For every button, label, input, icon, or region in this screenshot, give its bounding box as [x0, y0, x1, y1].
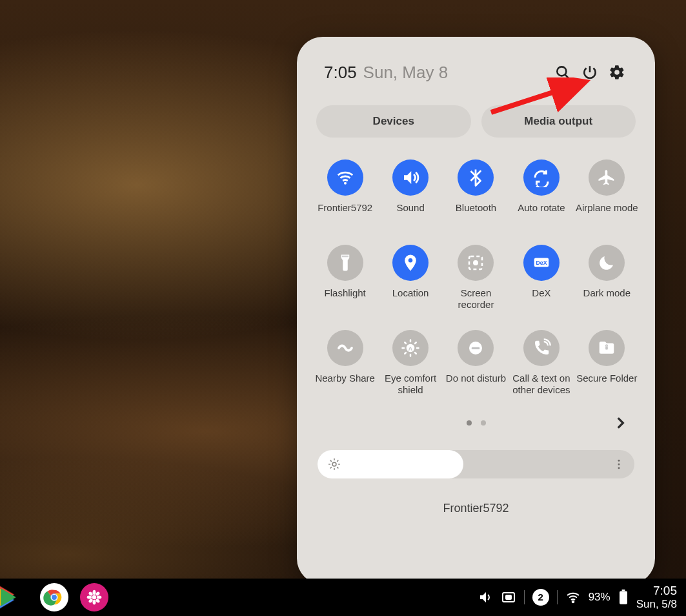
location-icon: [401, 253, 420, 272]
folder-icon: [597, 338, 616, 358]
securefolder-toggle[interactable]: [589, 330, 625, 366]
autorotate-toggle[interactable]: [523, 159, 560, 196]
taskbar: 2 93% 7:05 Sun, 5/8: [0, 579, 686, 616]
power-button[interactable]: [576, 59, 603, 86]
search-icon: [554, 64, 571, 81]
quick-settings-panel: 7:05 Sun, May 8 Devices Media output Fro…: [297, 37, 655, 584]
brightness-icon: [328, 458, 341, 471]
airplane-toggle[interactable]: [589, 159, 625, 196]
header-date: Sun, May 8: [363, 63, 449, 83]
taskbar-separator: [557, 590, 558, 604]
airplane-label: Airplane mode: [576, 202, 638, 225]
panel-footer-network: Frontier5792: [312, 502, 640, 515]
sound-label: Sound: [396, 202, 424, 225]
search-button[interactable]: [549, 59, 576, 86]
taskbar-wifi[interactable]: [565, 590, 581, 605]
screenrec-toggle[interactable]: [458, 245, 494, 281]
chevron-right-icon: [612, 415, 629, 431]
tile-dex[interactable]: DeX: [510, 245, 572, 311]
tile-dnd[interactable]: Do not disturb: [445, 330, 507, 396]
dex-icon: [532, 253, 551, 272]
svg-point-26: [88, 598, 93, 603]
nearby-icon: [336, 338, 355, 358]
tiles-grid: Frontier5792SoundBluetoothAuto rotateAir…: [312, 159, 640, 396]
svg-point-29: [572, 601, 574, 603]
screenrec-label: Screen recorder: [445, 287, 507, 311]
taskbar-volume[interactable]: [478, 590, 493, 605]
more-vertical-icon: [612, 458, 625, 471]
next-page-button[interactable]: [609, 411, 632, 435]
devices-pill-label: Devices: [373, 115, 414, 128]
tile-calltext[interactable]: Call & text on other devices: [510, 330, 572, 396]
taskbar-clock[interactable]: 7:05 Sun, 5/8: [636, 584, 677, 610]
chrome-app[interactable]: [40, 583, 68, 611]
settings-button[interactable]: [603, 59, 631, 86]
svg-line-1: [565, 74, 568, 77]
taskbar-notification-count[interactable]: 2: [532, 589, 549, 606]
flashlight-label: Flashlight: [325, 287, 366, 311]
tile-bluetooth[interactable]: Bluetooth: [445, 159, 507, 225]
calltext-icon: [532, 338, 551, 358]
taskbar-separator: [524, 590, 525, 604]
taskbar-battery-text: 93%: [589, 591, 610, 604]
tile-nearby[interactable]: Nearby Share: [314, 330, 376, 396]
svg-point-18: [92, 595, 97, 600]
pager-dot[interactable]: [467, 420, 472, 426]
svg-line-7: [330, 460, 331, 461]
bluetooth-toggle[interactable]: [458, 159, 494, 196]
moon-icon: [597, 253, 616, 272]
wifi-icon: [336, 168, 355, 187]
svg-point-21: [87, 596, 92, 599]
brightness-slider[interactable]: [318, 450, 634, 478]
media-output-pill-label: Media output: [524, 115, 592, 128]
taskbar-battery[interactable]: [618, 590, 629, 605]
calltext-toggle[interactable]: [523, 330, 560, 366]
tile-darkmode[interactable]: Dark mode: [576, 245, 638, 311]
svg-point-25: [95, 591, 100, 596]
screenrec-icon: [466, 253, 485, 272]
tile-wifi[interactable]: Frontier5792: [314, 159, 376, 225]
pager-dot[interactable]: [481, 420, 486, 426]
gear-icon: [609, 64, 625, 81]
tile-flashlight[interactable]: Flashlight: [314, 245, 376, 311]
svg-point-11: [618, 460, 620, 462]
svg-line-10: [338, 460, 338, 461]
sound-icon: [401, 168, 420, 187]
sound-toggle[interactable]: [392, 159, 429, 196]
dnd-icon: [466, 338, 485, 358]
darkmode-toggle[interactable]: [589, 245, 625, 281]
pager: [312, 411, 640, 435]
battery-icon: [618, 590, 629, 605]
play-store-icon: [1, 588, 16, 606]
securefolder-label: Secure Folder: [576, 373, 637, 396]
media-output-pill[interactable]: Media output: [481, 105, 636, 138]
tile-autorotate[interactable]: Auto rotate: [510, 159, 572, 225]
play-store-app[interactable]: [0, 583, 28, 611]
wifi-label: Frontier5792: [318, 202, 372, 225]
svg-point-22: [97, 596, 102, 599]
location-toggle[interactable]: [392, 245, 429, 281]
nearby-toggle[interactable]: [327, 330, 363, 366]
tile-sound[interactable]: Sound: [379, 159, 441, 225]
tile-screenrec[interactable]: Screen recorder: [445, 245, 507, 311]
tile-eyecomfort[interactable]: Eye comfort shield: [379, 330, 441, 396]
tile-location[interactable]: Location: [379, 245, 441, 311]
gallery-app[interactable]: [80, 583, 108, 611]
taskbar-cast[interactable]: [501, 590, 516, 605]
dex-toggle[interactable]: [523, 245, 560, 281]
dex-label: DeX: [532, 287, 550, 311]
brightness-more-button[interactable]: [612, 458, 625, 471]
dnd-toggle[interactable]: [458, 330, 494, 366]
devices-pill[interactable]: Devices: [316, 105, 471, 138]
svg-point-19: [93, 590, 96, 595]
calltext-label: Call & text on other devices: [510, 373, 572, 396]
tile-airplane[interactable]: Airplane mode: [576, 159, 638, 225]
power-icon: [581, 64, 598, 81]
eyecomfort-toggle[interactable]: [392, 330, 429, 366]
location-label: Location: [392, 287, 429, 311]
tile-securefolder[interactable]: Secure Folder: [576, 330, 638, 396]
wifi-toggle[interactable]: [327, 159, 363, 196]
dnd-label: Do not disturb: [446, 373, 506, 396]
flashlight-toggle[interactable]: [327, 245, 363, 281]
svg-line-8: [338, 467, 338, 468]
